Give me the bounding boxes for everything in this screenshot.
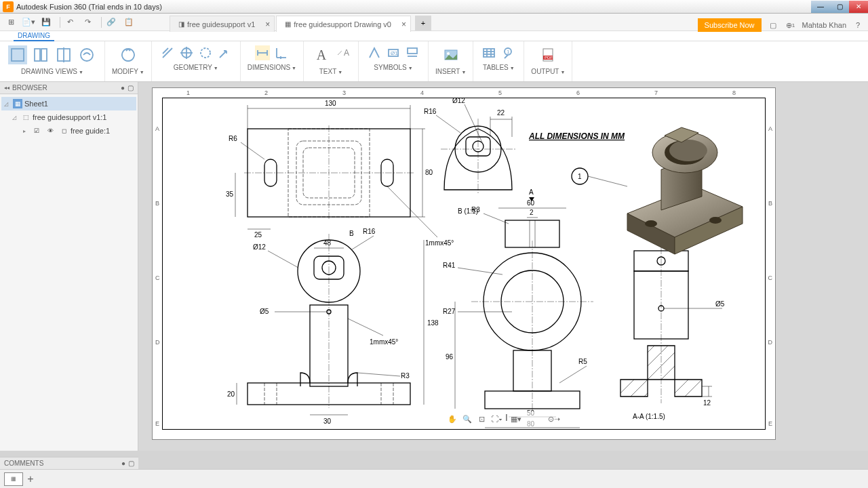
section-view-icon[interactable] xyxy=(54,45,73,64)
text-icon[interactable]: A xyxy=(312,45,331,64)
tree-sheet[interactable]: ◿ ▦ Sheet1 xyxy=(1,97,136,110)
svg-point-5 xyxy=(81,49,93,61)
add-tab-button[interactable]: + xyxy=(415,16,431,30)
username-label[interactable]: Mahtab Khan xyxy=(802,21,846,29)
browser-header[interactable]: ◂◂ BROWSER ● ▢ xyxy=(0,82,138,94)
svg-line-65 xyxy=(436,115,460,133)
close-button[interactable]: ✕ xyxy=(849,1,868,13)
svg-text:30: 30 xyxy=(323,418,332,425)
link-icon[interactable]: 🔗 xyxy=(104,16,118,28)
feature-frame-icon[interactable] xyxy=(405,45,420,60)
svg-text:1mmx45°: 1mmx45° xyxy=(425,239,454,247)
mode-drawing[interactable]: DRAWING xyxy=(14,31,54,41)
tab-close-icon[interactable]: × xyxy=(265,20,270,29)
projection-icon[interactable]: ⊙➝ xyxy=(548,413,560,425)
svg-line-55 xyxy=(241,142,264,159)
tab-model[interactable]: ◨ free guidesupport v1 × xyxy=(170,16,275,32)
line-icon[interactable] xyxy=(160,45,175,60)
edge-ext-icon[interactable] xyxy=(217,45,232,60)
drawing-canvas[interactable]: 1 2 3 4 5 6 7 8 A B C D E A B C D E xyxy=(138,82,868,451)
surface-icon[interactable] xyxy=(367,45,382,60)
text-label[interactable]: TEXT xyxy=(317,67,345,76)
add-sheet-button[interactable]: + xyxy=(23,472,38,487)
grid-icon[interactable]: ⊞ xyxy=(4,16,18,28)
visibility-icon[interactable]: ☑ xyxy=(32,126,41,136)
tab-drawing[interactable]: ▦ free guidesupport Drawing v0 × xyxy=(276,16,411,32)
sheet-thumbnail[interactable]: ▦ xyxy=(4,472,23,486)
tab-label: free guidesupport Drawing v0 xyxy=(294,20,391,28)
zoom-window-icon[interactable]: ⊡ xyxy=(476,413,488,425)
tree-body[interactable]: ▸ ☑ 👁 ◻ free guide:1 xyxy=(1,124,136,138)
insert-image-icon[interactable] xyxy=(441,45,460,64)
expand-icon[interactable]: ◿ xyxy=(12,115,19,121)
svg-text:R16: R16 xyxy=(424,108,437,115)
collapse-icon[interactable]: ◂◂ xyxy=(4,85,9,91)
tab-close-icon[interactable]: × xyxy=(401,20,406,29)
expand-icon[interactable]: ▸ xyxy=(23,128,30,134)
datum-icon[interactable]: Ø1 xyxy=(386,45,401,60)
pdf-icon[interactable]: PDF xyxy=(538,45,557,64)
comments-options-icon[interactable]: ● xyxy=(121,460,125,467)
extensions-icon[interactable]: ▢ xyxy=(767,19,779,31)
tree-label: Sheet1 xyxy=(24,100,48,108)
panel-close-icon[interactable]: ▢ xyxy=(127,84,134,92)
svg-line-95 xyxy=(357,373,400,376)
sheet-icon[interactable]: 📋 xyxy=(122,16,136,28)
display-icon[interactable]: ▦▾ xyxy=(510,413,522,425)
dimensions-label[interactable]: DIMENSIONS xyxy=(245,63,299,72)
ribbon: DRAWING VIEWS MODIFY GEOMETRY DIMENSIONS… xyxy=(0,41,868,82)
svg-rect-2 xyxy=(41,49,47,61)
svg-point-155 xyxy=(645,220,657,227)
zoom-icon[interactable]: 🔍 xyxy=(461,413,473,425)
svg-text:1: 1 xyxy=(578,173,582,180)
undo-icon[interactable]: ↶ xyxy=(63,16,77,28)
subscribe-button[interactable]: Subscribe Now xyxy=(698,18,762,32)
insert-label[interactable]: INSERT xyxy=(433,67,469,76)
detail-view-icon[interactable] xyxy=(77,45,96,64)
geometry-label[interactable]: GEOMETRY xyxy=(171,63,221,72)
browser-panel: ◂◂ BROWSER ● ▢ ◿ ▦ Sheet1 ◿ ⬚ free guide… xyxy=(0,82,138,451)
help-icon[interactable]: ? xyxy=(852,19,864,31)
ordinate-icon[interactable] xyxy=(274,45,289,60)
centerline-icon[interactable] xyxy=(198,45,213,60)
expand-icon[interactable]: ◿ xyxy=(4,101,11,107)
panel-options-icon[interactable]: ● xyxy=(121,84,125,92)
svg-text:Ø12: Ø12 xyxy=(253,243,266,251)
svg-text:12: 12 xyxy=(703,399,711,407)
redo-icon[interactable]: ↷ xyxy=(81,16,94,28)
drawing-views-label[interactable]: DRAWING VIEWS xyxy=(18,67,86,76)
tree-component[interactable]: ◿ ⬚ free guidesupport v1:1 xyxy=(1,110,136,124)
view-controls: ✋ 🔍 ⊡ ⛶▾ | ▦▾ ⊙➝ xyxy=(443,411,564,426)
centermark-icon[interactable] xyxy=(179,45,194,60)
modify-label[interactable]: MODIFY xyxy=(109,67,147,76)
symbols-label[interactable]: SYMBOLS xyxy=(371,63,415,72)
svg-line-142 xyxy=(600,291,709,400)
fit-icon[interactable]: ⛶▾ xyxy=(491,413,503,425)
eye-icon[interactable]: 👁 xyxy=(45,126,55,136)
svg-point-23 xyxy=(447,52,450,55)
balloon-icon[interactable]: 1 xyxy=(500,45,515,60)
svg-text:A-A (1:1.5): A-A (1:1.5) xyxy=(633,413,665,420)
dimension-icon[interactable] xyxy=(255,45,270,60)
svg-text:R3: R3 xyxy=(401,372,410,380)
pan-icon[interactable]: ✋ xyxy=(446,413,458,425)
tables-label[interactable]: TABLES xyxy=(480,63,517,72)
leader-text-icon[interactable]: ⟋A xyxy=(335,45,350,60)
save-icon[interactable]: 💾 xyxy=(39,16,53,28)
table-icon[interactable] xyxy=(481,45,496,60)
file-icon[interactable]: 📄▾ xyxy=(22,16,35,28)
svg-line-31 xyxy=(505,55,508,58)
output-label[interactable]: OUTPUT xyxy=(528,67,568,76)
maximize-button[interactable]: ▢ xyxy=(830,1,849,13)
comments-header[interactable]: COMMENTS ● ▢ xyxy=(0,457,138,469)
tree-label: free guidesupport v1:1 xyxy=(33,113,106,121)
svg-line-87 xyxy=(268,251,298,268)
minimize-button[interactable]: — xyxy=(811,1,830,13)
notifications-icon[interactable]: ⊕1 xyxy=(785,19,797,31)
move-icon[interactable] xyxy=(119,45,138,64)
base-view-icon[interactable] xyxy=(8,45,27,64)
projected-view-icon[interactable] xyxy=(31,45,50,64)
comments-expand-icon[interactable]: ▢ xyxy=(128,460,134,467)
svg-text:80: 80 xyxy=(425,169,433,176)
svg-rect-1 xyxy=(35,49,40,61)
